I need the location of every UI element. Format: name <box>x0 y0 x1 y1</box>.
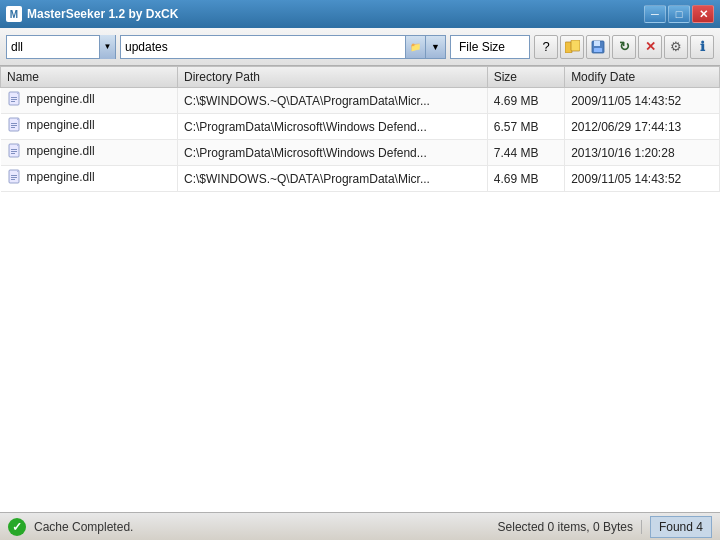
search-type-value: dll <box>11 40 95 54</box>
cell-dir: C:\ProgramData\Microsoft\Windows Defend.… <box>177 140 487 166</box>
svg-rect-24 <box>11 179 15 180</box>
svg-rect-17 <box>11 149 17 150</box>
stop-button[interactable]: ✕ <box>638 35 662 59</box>
svg-rect-3 <box>594 41 600 46</box>
search-query-input[interactable] <box>125 40 401 54</box>
maximize-button[interactable]: □ <box>668 5 690 23</box>
col-header-size[interactable]: Size <box>487 67 564 88</box>
file-name-cell: mpengine.dll <box>7 91 95 107</box>
cell-dir: C:\$WINDOWS.~Q\DATA\ProgramData\Micr... <box>177 166 487 192</box>
cell-name: mpengine.dll <box>1 166 178 192</box>
found-label: Found <box>659 520 693 534</box>
dll-file-icon <box>7 117 23 133</box>
results-table-container: Name Directory Path Size Modify Date <box>0 66 720 512</box>
svg-rect-8 <box>11 99 17 100</box>
main-content: Name Directory Path Size Modify Date <box>0 66 720 512</box>
cell-size: 4.69 MB <box>487 88 564 114</box>
app-title: MasterSeeker 1.2 by DxCK <box>27 7 644 21</box>
folder-open-button[interactable] <box>560 35 584 59</box>
refresh-button[interactable]: ↻ <box>612 35 636 59</box>
found-count: 4 <box>696 520 703 534</box>
svg-rect-22 <box>11 175 17 176</box>
minimize-button[interactable]: ─ <box>644 5 666 23</box>
cell-date: 2009/11/05 14:43:52 <box>565 88 720 114</box>
file-name-cell: mpengine.dll <box>7 117 95 133</box>
close-button[interactable]: ✕ <box>692 5 714 23</box>
file-size-button[interactable]: File Size <box>450 35 530 59</box>
cell-date: 2012/06/29 17:44:13 <box>565 114 720 140</box>
col-header-dir[interactable]: Directory Path <box>177 67 487 88</box>
svg-rect-12 <box>11 123 17 124</box>
found-count-badge: Found 4 <box>650 516 712 538</box>
search-type-arrow[interactable]: ▼ <box>99 35 115 59</box>
cell-name: mpengine.dll <box>1 140 178 166</box>
table-row[interactable]: mpengine.dll C:\$WINDOWS.~Q\DATA\Program… <box>1 166 720 192</box>
cache-status-icon: ✓ <box>8 518 26 536</box>
cell-size: 4.69 MB <box>487 166 564 192</box>
dll-file-icon <box>7 143 23 159</box>
cell-dir: C:\ProgramData\Microsoft\Windows Defend.… <box>177 114 487 140</box>
cell-size: 7.44 MB <box>487 140 564 166</box>
results-table: Name Directory Path Size Modify Date <box>0 66 720 192</box>
info-button[interactable]: ℹ <box>690 35 714 59</box>
search-query-box: 📁 ▼ <box>120 35 446 59</box>
app-icon: M <box>6 6 22 22</box>
cell-dir: C:\$WINDOWS.~Q\DATA\ProgramData\Micr... <box>177 88 487 114</box>
svg-rect-23 <box>11 177 17 178</box>
cell-date: 2013/10/16 1:20:28 <box>565 140 720 166</box>
col-header-date[interactable]: Modify Date <box>565 67 720 88</box>
table-row[interactable]: mpengine.dll C:\ProgramData\Microsoft\Wi… <box>1 140 720 166</box>
selected-items-text: Selected 0 items, 0 Bytes <box>498 520 642 534</box>
settings-button[interactable]: ⚙ <box>664 35 688 59</box>
table-header-row: Name Directory Path Size Modify Date <box>1 67 720 88</box>
table-row[interactable]: mpengine.dll C:\$WINDOWS.~Q\DATA\Program… <box>1 88 720 114</box>
cell-name: mpengine.dll <box>1 88 178 114</box>
toolbar: dll ▼ 📁 ▼ File Size ? ↻ ✕ ⚙ ℹ <box>0 28 720 66</box>
svg-rect-7 <box>11 97 17 98</box>
save-button[interactable] <box>586 35 610 59</box>
svg-rect-14 <box>11 127 15 128</box>
svg-rect-9 <box>11 101 15 102</box>
cell-name: mpengine.dll <box>1 114 178 140</box>
title-bar: M MasterSeeker 1.2 by DxCK ─ □ ✕ <box>0 0 720 28</box>
help-icon-button[interactable]: ? <box>534 35 558 59</box>
file-name-cell: mpengine.dll <box>7 143 95 159</box>
svg-rect-4 <box>594 48 602 52</box>
status-bar: ✓ Cache Completed. Selected 0 items, 0 B… <box>0 512 720 540</box>
cell-size: 6.57 MB <box>487 114 564 140</box>
dll-file-icon <box>7 169 23 185</box>
query-folder-button[interactable]: 📁 <box>405 36 425 58</box>
toolbar-icons: ? ↻ ✕ ⚙ ℹ <box>534 35 714 59</box>
svg-rect-19 <box>11 153 15 154</box>
dll-file-icon <box>7 91 23 107</box>
cell-date: 2009/11/05 14:43:52 <box>565 166 720 192</box>
svg-rect-13 <box>11 125 17 126</box>
col-header-name[interactable]: Name <box>1 67 178 88</box>
table-row[interactable]: mpengine.dll C:\ProgramData\Microsoft\Wi… <box>1 114 720 140</box>
file-name-cell: mpengine.dll <box>7 169 95 185</box>
svg-rect-1 <box>571 40 580 51</box>
cache-status-text: Cache Completed. <box>34 520 133 534</box>
window-controls: ─ □ ✕ <box>644 5 714 23</box>
query-down-button[interactable]: ▼ <box>425 36 445 58</box>
search-type-dropdown[interactable]: dll ▼ <box>6 35 116 59</box>
svg-rect-18 <box>11 151 17 152</box>
